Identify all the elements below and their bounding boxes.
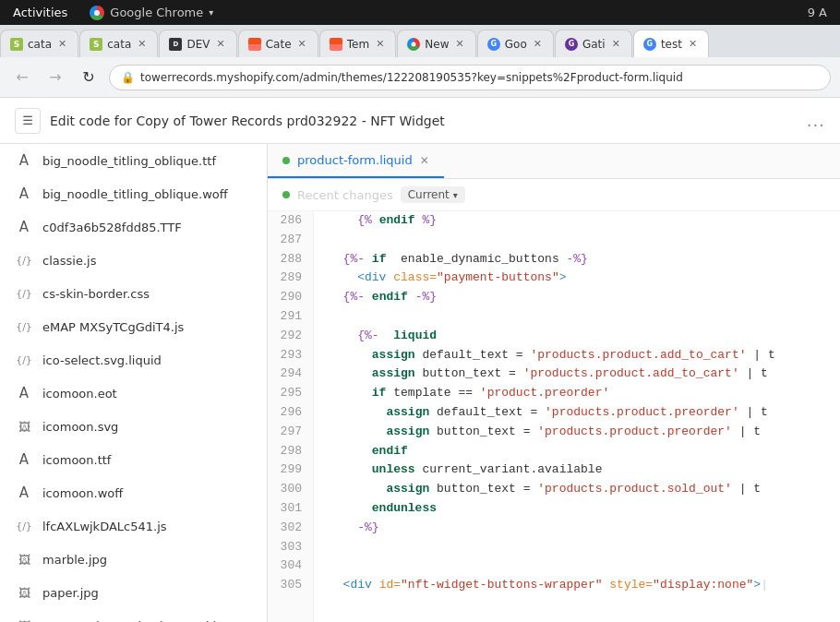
sidebar-item-svg1[interactable]: {/} ico-select.svg.liquid [0,343,267,377]
editor-tab-product-form[interactable]: product-form.liquid ✕ [268,144,444,178]
forward-button[interactable]: → [42,65,68,90]
chrome-indicator: Google Chrome ▾ [80,6,222,20]
tab-favicon-dev: D [169,38,182,51]
tab-label-1: cata [28,38,52,51]
tab-gati[interactable]: G Gati ✕ [555,30,632,57]
line-num-302: 302 [279,519,302,538]
tab-close-tem[interactable]: ✕ [374,36,386,52]
code-line-297: assign button_text = 'products.product.p… [329,423,825,442]
tab-close-goo[interactable]: ✕ [532,36,544,52]
tab-test[interactable]: G test ✕ [633,30,709,57]
recent-change-dot [282,157,290,164]
code-line-299: unless current_variant.available [329,461,825,480]
line-num-286: 286 [279,211,302,231]
code-line-301: endunless [329,499,825,519]
sidebar-item-font2[interactable]: A big_noodle_titling_oblique.woff [0,177,267,210]
css-icon-1: {/} [15,284,33,303]
sidebar-item-img3[interactable]: 🖼 paper.jpg [0,576,267,609]
sidebar-item-img4[interactable]: 🖼 password-page-background.jpg [0,609,267,622]
img-icon-4: 🖼 [15,616,33,622]
code-line-303 [329,538,825,557]
chevron-down-icon: ▾ [453,190,458,200]
tab-label-tem: Tem [347,38,369,51]
tab-tem[interactable]: Tem ✕ [319,30,397,57]
img-icon-3: 🖼 [15,583,33,602]
line-num-300: 300 [279,480,302,499]
tab-cata-2[interactable]: S cata ✕ [79,30,158,57]
code-editor[interactable]: 286 287 288 289 290 291 292 293 294 295 … [268,211,840,622]
sidebar-item-name-3: c0df3a6b528fdd85.TTF [42,221,182,234]
tab-label-goo: Goo [505,38,527,51]
tab-close-cate[interactable]: ✕ [296,36,308,52]
address-text: towerrecords.myshopify.com/admin/themes/… [140,71,819,84]
line-num-305: 305 [279,576,302,595]
current-badge[interactable]: Current ▾ [401,186,465,203]
tab-close-2[interactable]: ✕ [136,36,148,52]
sidebar-item-name-1: big_noodle_titling_oblique.ttf [42,154,216,168]
tab-goo[interactable]: G Goo ✕ [477,30,554,57]
line-num-288: 288 [279,250,302,269]
recent-changes-dot [282,191,290,198]
tab-bar: S cata ✕ S cata ✕ D DEV ✕ Cate ✕ Tem ✕ N… [0,25,840,57]
recent-changes-bar: Recent changes Current ▾ [268,179,840,211]
sidebar-item-js2[interactable]: {/} eMAP MXSyTCgGdiT4.js [0,310,267,343]
sidebar-item-font4[interactable]: A icomoon.eot [0,377,267,410]
sidebar-item-font5[interactable]: A icomoon.ttf [0,443,267,476]
tab-dev[interactable]: D DEV ✕ [159,30,236,57]
code-line-293: assign default_text = 'products.product.… [329,346,825,365]
sidebar-item-name-13: marble.jpg [42,553,107,567]
tab-favicon-figma-2 [330,38,342,51]
editor-tab-close[interactable]: ✕ [420,154,429,167]
font-icon-5: A [15,450,33,469]
code-line-304 [329,556,825,576]
sidebar-item-img1[interactable]: 🖼 icomoon.svg [0,410,267,443]
breadcrumb-bar: ☰ Edit code for Copy of Tower Records pr… [0,98,840,144]
sidebar-item-font1[interactable]: A big_noodle_titling_oblique.ttf [0,144,267,177]
code-line-291 [329,307,825,327]
line-num-292: 292 [279,327,302,346]
sidebar-item-css1[interactable]: {/} cs-skin-border.css [0,277,267,310]
line-num-304: 304 [279,556,302,576]
code-line-302: -%} [329,519,825,538]
sidebar-item-font6[interactable]: A icomoon.woff [0,476,267,509]
top-time: 9 A [808,6,840,19]
address-box[interactable]: 🔒 towerrecords.myshopify.com/admin/theme… [109,65,831,90]
font-icon-6: A [15,484,33,502]
font-icon-3: A [15,218,33,236]
tab-close-gati[interactable]: ✕ [610,36,622,52]
editor-tabs: product-form.liquid ✕ [268,144,840,179]
sidebar-item-font3[interactable]: A c0df3a6b528fdd85.TTF [0,210,267,244]
back-button[interactable]: ← [9,65,35,90]
sidebar-item-name-10: icomoon.ttf [42,453,111,467]
js-icon-1: {/} [15,251,33,269]
tab-new[interactable]: New ✕ [397,30,475,57]
tab-close-1[interactable]: ✕ [56,36,68,52]
sidebar-item-js1[interactable]: {/} classie.js [0,244,267,277]
sidebar-item-name-15: password-page-background.jpg [42,619,232,623]
tab-close-test[interactable]: ✕ [687,36,699,52]
activities-button[interactable]: Activities [0,0,80,25]
refresh-button[interactable]: ↻ [76,65,102,90]
breadcrumb-more-button[interactable]: ... [807,111,825,130]
tab-label-new: New [425,38,449,51]
sidebar-item-js3[interactable]: {/} lfcAXLwjkDALc541.js [0,509,267,543]
tab-cata-1[interactable]: S cata ✕ [0,30,78,57]
tab-cate[interactable]: Cate ✕ [238,30,318,57]
tab-close-new[interactable]: ✕ [454,36,466,52]
tab-favicon-google-2: G [643,38,656,51]
line-num-287: 287 [279,231,302,250]
line-numbers: 286 287 288 289 290 291 292 293 294 295 … [268,211,314,622]
font-icon-2: A [15,185,33,203]
tab-close-dev[interactable]: ✕ [215,36,227,52]
sidebar-toggle-button[interactable]: ☰ [15,108,41,134]
svg-icon-1: {/} [15,351,33,369]
code-line-294: assign button_text = 'products.product.a… [329,365,825,384]
sidebar-item-name-11: icomoon.woff [42,486,123,500]
line-num-299: 299 [279,461,302,480]
sidebar-item-img2[interactable]: 🖼 marble.jpg [0,543,267,576]
code-line-287 [329,231,825,250]
tab-favicon-shopify-1: S [10,38,23,51]
code-content[interactable]: {% endif %} {%- if enable_dynamic_button… [314,211,840,622]
chrome-label: Google Chrome [110,6,203,19]
code-line-305: <div id="nft-widget-buttons-wrapper" sty… [329,576,825,595]
